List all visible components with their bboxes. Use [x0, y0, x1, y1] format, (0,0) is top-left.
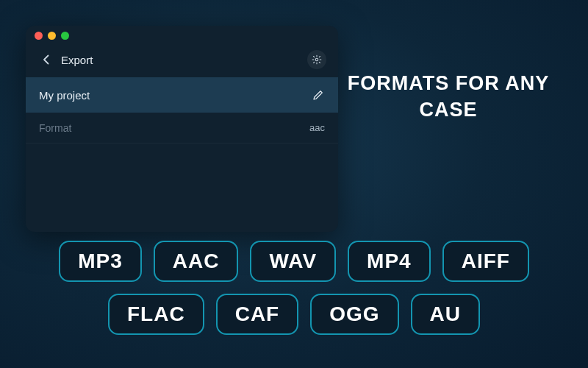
format-pill-aiff: AIFF	[442, 241, 529, 282]
window-titlebar	[26, 26, 338, 45]
chevron-left-icon	[43, 54, 49, 65]
format-pill-au: AU	[411, 294, 480, 335]
format-pills: MP3 AAC WAV MP4 AIFF FLAC CAF OGG AU	[0, 241, 588, 335]
format-pill-flac: FLAC	[108, 294, 204, 335]
pill-row-1: MP3 AAC WAV MP4 AIFF	[59, 241, 529, 282]
headline-text: FORMATS FOR ANY CASE	[342, 70, 555, 124]
format-pill-aac: AAC	[154, 241, 239, 282]
format-row[interactable]: Format aac	[26, 113, 338, 144]
pencil-icon	[312, 88, 325, 102]
export-window: Export My project Format aac	[26, 26, 338, 232]
format-pill-mp4: MP4	[348, 241, 431, 282]
window-header: Export	[26, 45, 338, 74]
format-value: aac	[309, 122, 325, 133]
close-button[interactable]	[35, 32, 43, 40]
pill-row-2: FLAC CAF OGG AU	[108, 294, 480, 335]
maximize-button[interactable]	[61, 32, 69, 40]
settings-button[interactable]	[307, 50, 326, 69]
format-pill-ogg: OGG	[310, 294, 398, 335]
svg-point-0	[315, 58, 318, 61]
format-pill-caf: CAF	[216, 294, 299, 335]
gear-icon	[312, 54, 322, 65]
edit-name-button[interactable]	[312, 88, 325, 102]
minimize-button[interactable]	[48, 32, 56, 40]
format-pill-wav: WAV	[250, 241, 336, 282]
window-title: Export	[61, 54, 93, 66]
project-name-row[interactable]: My project	[26, 77, 338, 113]
format-pill-mp3: MP3	[59, 241, 142, 282]
format-label: Format	[39, 122, 71, 134]
project-name: My project	[39, 89, 90, 102]
back-button[interactable]	[37, 52, 54, 68]
